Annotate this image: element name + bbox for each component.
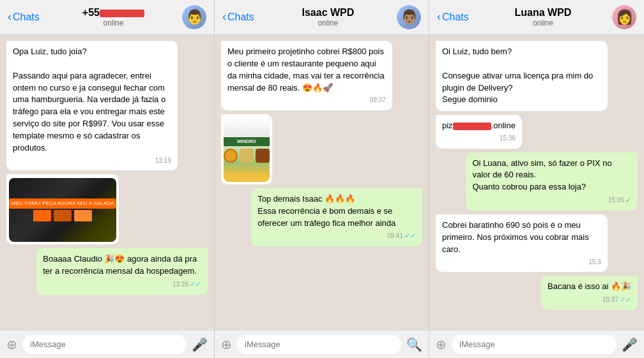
message-2-3: Top demais Isaac 🔥🔥🔥 Essa recorrência é … (251, 188, 422, 246)
chat-panel-2: ‹ Chats Isaac WPD online 👨🏽 Meu primeiro… (215, 0, 429, 358)
mic-icon-1[interactable]: 🎤 (192, 337, 208, 352)
message-time-3-2: 15:36 (442, 134, 516, 144)
avatar-circle-2: 👨🏽 (397, 5, 421, 29)
message-input-3[interactable] (452, 335, 617, 354)
message-text-2-1: Meu primeiro projetinho cobrei R$800 poi… (227, 47, 385, 93)
message-time-2-3: 09:41 ✓✓ (257, 231, 416, 241)
message-input-1[interactable] (22, 335, 187, 354)
contact-name-1: +55 (45, 6, 182, 19)
chat-panel-3: ‹ Chats Luana WPD online 👩 Oi Luiz, tudo… (429, 0, 644, 358)
chat-body-3: Oi Luiz, tudo bem? Consegue ativar uma l… (429, 34, 644, 330)
mic-icon-3[interactable]: 🎤 (622, 337, 638, 352)
tick-3-5: ✓✓ (620, 295, 631, 305)
back-label-1[interactable]: Chats (13, 11, 40, 23)
message-2-1: Meu primeiro projetinho cobrei R$800 poi… (221, 41, 392, 110)
message-text-3-2: piz.online (442, 121, 516, 130)
camera-icon-1[interactable]: ⊕ (6, 337, 17, 352)
message-time-1-1: 13:19 (13, 156, 171, 166)
back-button-1[interactable]: ‹ Chats (8, 10, 40, 24)
message-time-3-3: 15:35 ✓ (472, 195, 631, 205)
back-label-3[interactable]: Chats (442, 11, 469, 23)
avatar-3: 👩 (612, 5, 636, 29)
message-time-2-1: 09:37 (227, 96, 386, 105)
back-chevron-icon-3: ‹ (437, 10, 441, 24)
message-text-3-1: Oi Luiz, tudo bem? Consegue ativar uma l… (442, 47, 593, 104)
message-text-1-3: Boaaaa Claudio 🎉😍 agora ainda dá pra ter… (43, 254, 197, 276)
contact-name-2: Isaac WPD (259, 6, 397, 19)
image-burger: MEU YOMU! PEÇA AGORA SEU X-SALADA (9, 178, 116, 242)
message-time-1-3: 13:26 ✓✓ (43, 280, 201, 290)
chat-panel-1: ‹ Chats +55 online 👨 Opa Luiz, tudo joia… (0, 0, 215, 358)
camera-icon-3[interactable]: ⊕ (436, 337, 447, 352)
image-preview-1: MEU YOMU! PEÇA AGORA SEU X-SALADA (9, 178, 116, 242)
chat-footer-3: ⊕ 🎤 (429, 330, 644, 358)
tick-1-3: ✓✓ (190, 280, 201, 290)
chat-header-2: ‹ Chats Isaac WPD online 👨🏽 (215, 0, 429, 34)
chat-header-3: ‹ Chats Luana WPD online 👩 (429, 0, 644, 34)
avatar-circle-1: 👨 (182, 5, 206, 29)
message-text-3-5: Bacana é isso ai 🔥🎉 (548, 281, 631, 291)
header-info-1: +55 online (45, 6, 182, 27)
message-3-1: Oi Luiz, tudo bem? Consegue ativar uma l… (436, 41, 608, 111)
message-1-3: Boaaaa Claudio 🎉😍 agora ainda dá pra ter… (36, 248, 208, 295)
back-chevron-icon-1: ‹ (8, 10, 12, 24)
avatar-circle-3: 👩 (612, 5, 636, 29)
tick-3-3: ✓ (625, 195, 631, 205)
message-time-3-5: 15:37 ✓✓ (548, 295, 631, 305)
back-chevron-icon-2: ‹ (222, 10, 226, 24)
image-preview-2: MINEIRO (224, 118, 270, 182)
message-3-5: Bacana é isso ai 🔥🎉 15:37 ✓✓ (541, 276, 638, 310)
tick-2-3: ✓✓ (404, 231, 416, 241)
chat-footer-2: ⊕ 🔍 (215, 330, 429, 358)
chat-body-1: Opa Luiz, tudo joia? Passando aqui para … (0, 34, 214, 330)
back-label-2[interactable]: Chats (227, 11, 254, 23)
avatar-2: 👨🏽 (397, 5, 421, 29)
back-button-3[interactable]: ‹ Chats (437, 10, 469, 24)
avatar-1: 👨 (182, 5, 206, 29)
message-1-1: Opa Luiz, tudo joia? Passando aqui para … (6, 41, 178, 170)
camera-icon-2[interactable]: ⊕ (221, 337, 232, 352)
chat-body-2: Meu primeiro projetinho cobrei R$800 poi… (215, 34, 429, 330)
message-3-4: Cobrei baratinho 690 só pois é o meu pri… (436, 214, 608, 272)
message-text-2-3: Top demais Isaac 🔥🔥🔥 Essa recorrência é … (257, 194, 395, 228)
contact-status-2: online (259, 19, 397, 27)
header-info-2: Isaac WPD online (259, 6, 397, 27)
message-3-2: piz.online 15:36 (436, 115, 522, 148)
contact-status-3: online (474, 19, 612, 27)
contact-name-3: Luana WPD (474, 6, 612, 19)
header-info-3: Luana WPD online (474, 6, 612, 27)
mic-icon-2[interactable]: 🔍 (406, 337, 422, 352)
back-button-2[interactable]: ‹ Chats (222, 10, 254, 24)
message-text-1-1: Opa Luiz, tudo joia? Passando aqui para … (13, 47, 165, 153)
message-3-3: Oi Luana, ativo sim, só fazer o PIX no v… (466, 153, 638, 211)
message-time-3-4: 15:3 (442, 258, 601, 267)
chat-footer-1: ⊕ 🎤 (0, 330, 214, 358)
contact-status-1: online (45, 19, 182, 27)
message-text-3-4: Cobrei baratinho 690 só pois é o meu pri… (442, 220, 589, 254)
message-text-3-3: Oi Luana, ativo sim, só fazer o PIX no v… (472, 158, 611, 192)
message-input-2[interactable] (237, 335, 401, 354)
message-2-2: MINEIRO (221, 114, 272, 184)
image-restaurant: MINEIRO (224, 118, 270, 182)
chat-header-1: ‹ Chats +55 online 👨 (0, 0, 214, 34)
message-1-2: MEU YOMU! PEÇA AGORA SEU X-SALADA (6, 174, 119, 244)
